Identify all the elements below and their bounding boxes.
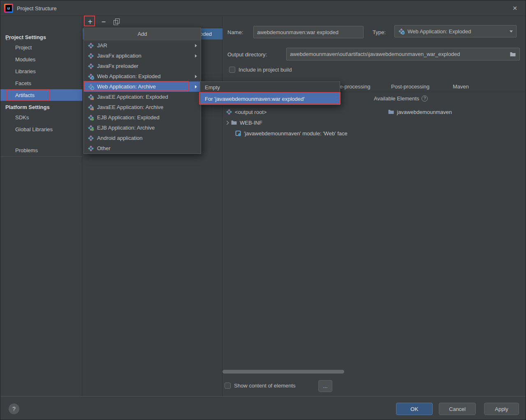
annotation-rect-for-war-exploded: [199, 92, 341, 104]
menu-item-ejb-application-archive[interactable]: EJB Application: Archive: [84, 123, 201, 133]
window-title: Project Structure: [17, 0, 57, 16]
sidebar-item-global-libraries[interactable]: Global Libraries: [0, 123, 82, 135]
tree-node-label: <output root>: [235, 109, 266, 115]
menu-item-label: Other: [97, 145, 111, 151]
menu-item-label: JavaEE Application: Exploded: [97, 94, 168, 100]
menu-item-ejb-application-exploded[interactable]: EJB Application: Exploded: [84, 112, 201, 123]
menu-item-javaee-application-exploded[interactable]: JavaEE Application: Exploded: [84, 92, 201, 102]
include-build-label: Include in project build: [239, 67, 292, 73]
submenu-arrow-icon: [195, 54, 197, 58]
project-structure-dialog: IJ Project Structure × ← → Project Setti…: [0, 0, 526, 420]
menu-item-web-application-exploded[interactable]: Web Application: Exploded: [84, 71, 201, 81]
annotation-rect-add-button: [84, 16, 95, 26]
menu-item-jar[interactable]: JAR: [84, 40, 201, 51]
ejb-artifact-icon: [88, 125, 94, 131]
type-select[interactable]: Web Application: Exploded: [394, 25, 517, 37]
submenu-arrow-icon: [195, 75, 197, 78]
submenu-arrow-icon: [195, 44, 197, 47]
help-circle-icon[interactable]: ?: [422, 95, 428, 102]
menu-item-javafx-application[interactable]: JavaFx application: [84, 51, 201, 61]
project-settings-header: Project Settings: [5, 32, 46, 42]
more-options-button[interactable]: ...: [318, 380, 332, 392]
menu-item-label: Android application: [97, 135, 143, 141]
other-artifact-icon: [88, 145, 94, 152]
footer-separator: [0, 396, 526, 397]
available-elements-label: Available Elements: [374, 95, 419, 102]
browse-folder-icon[interactable]: [510, 51, 516, 58]
chevron-down-icon: [510, 30, 513, 32]
sidebar-item-sdks[interactable]: SDKs: [0, 111, 82, 123]
menu-item-label: JavaFx application: [97, 53, 141, 59]
submenu-item-empty[interactable]: Empty: [200, 82, 340, 93]
web-inf-node[interactable]: WEB-INF: [225, 118, 262, 127]
menu-item-label: EJB Application: Exploded: [97, 114, 160, 121]
javaee-artifact-icon: [88, 104, 94, 111]
help-icon: ?: [12, 406, 16, 412]
menu-item-label: Empty: [205, 84, 220, 90]
menu-item-label: Web Application: Exploded: [97, 73, 160, 79]
menu-item-javaee-application-archive[interactable]: JavaEE Application: Archive: [84, 102, 201, 112]
sidebar-item-problems[interactable]: Problems: [0, 144, 82, 156]
copy-icon: [113, 19, 120, 25]
folder-icon: [231, 119, 237, 126]
name-input[interactable]: awebdemounmaven:war exploded: [253, 26, 364, 38]
chevron-right-icon[interactable]: [225, 121, 229, 125]
name-label: Name:: [227, 26, 243, 38]
android-artifact-icon: [88, 135, 94, 142]
web-application-exploded-icon: [88, 73, 94, 80]
available-elements-header: Available Elements ?: [374, 95, 428, 102]
menu-item-label: JavaFx preloader: [97, 63, 138, 69]
submenu-arrow-icon: [195, 85, 197, 88]
ejb-artifact-icon: [88, 114, 94, 121]
type-label: Type:: [373, 26, 386, 38]
name-value: awebdemounmaven:war exploded: [257, 29, 338, 35]
cancel-button[interactable]: Cancel: [439, 403, 476, 415]
available-element-item[interactable]: javawebdemounmaven: [388, 107, 452, 116]
tab-post-processing[interactable]: Post-processing: [389, 81, 432, 92]
titlebar: IJ Project Structure ×: [0, 0, 526, 16]
menu-item-label: JavaEE Application: Archive: [97, 104, 163, 110]
menu-item-android-application[interactable]: Android application: [84, 133, 201, 143]
javaee-artifact-icon: [88, 94, 94, 100]
sidebar-item-facets[interactable]: Facets: [0, 77, 82, 89]
add-menu-title: Add: [84, 28, 201, 40]
javafx-artifact-icon: [88, 63, 94, 70]
copy-artifact-button[interactable]: [111, 17, 121, 27]
annotation-rect-web-archive: [83, 81, 189, 91]
remove-artifact-button[interactable]: −: [99, 17, 109, 27]
menu-item-javafx-preloader[interactable]: JavaFx preloader: [84, 61, 201, 71]
sidebar-item-libraries[interactable]: Libraries: [0, 65, 82, 77]
menu-item-label: EJB Application: Archive: [97, 125, 155, 131]
horizontal-scrollbar[interactable]: [222, 370, 344, 374]
tree-node-label: 'javawebdemounmaven' module: 'Web' face: [244, 130, 348, 137]
tree-node-label: WEB-INF: [240, 120, 262, 126]
folder-icon: [388, 109, 394, 115]
ellipsis-icon: ...: [323, 383, 328, 389]
menu-item-label: JAR: [97, 42, 107, 49]
annotation-rect-artifacts: [6, 89, 50, 101]
close-icon: ×: [512, 4, 517, 13]
ok-button[interactable]: OK: [396, 403, 433, 415]
output-directory-input[interactable]: awebdemounmaven\out\artifacts\javawebdem…: [286, 48, 520, 60]
show-content-checkbox[interactable]: [225, 383, 231, 389]
close-button[interactable]: ×: [507, 0, 522, 16]
output-root-node[interactable]: <output root>: [226, 107, 266, 116]
artifact-icon: [226, 109, 232, 115]
jar-artifact-icon: [88, 42, 94, 49]
tab-maven[interactable]: Maven: [450, 81, 471, 92]
available-element-label: javawebdemounmaven: [397, 109, 452, 115]
module-facet-icon: [235, 130, 241, 137]
platform-settings-header: Platform Settings: [5, 102, 50, 111]
sidebar-divider: [0, 156, 82, 157]
include-build-row: Include in project build: [229, 67, 292, 73]
module-facet-node[interactable]: 'javawebdemounmaven' module: 'Web' face: [235, 129, 348, 138]
sidebar-item-modules[interactable]: Modules: [0, 53, 82, 65]
show-content-label: Show content of elements: [234, 383, 296, 389]
include-build-checkbox[interactable]: [229, 67, 235, 73]
menu-item-other[interactable]: Other: [84, 143, 201, 153]
apply-button[interactable]: Apply: [484, 403, 519, 415]
output-directory-value: awebdemounmaven\out\artifacts\javawebdem…: [290, 51, 460, 57]
help-button[interactable]: ?: [9, 404, 19, 414]
sidebar-item-project[interactable]: Project: [0, 42, 82, 53]
type-value: Web Application: Exploded: [408, 28, 471, 35]
